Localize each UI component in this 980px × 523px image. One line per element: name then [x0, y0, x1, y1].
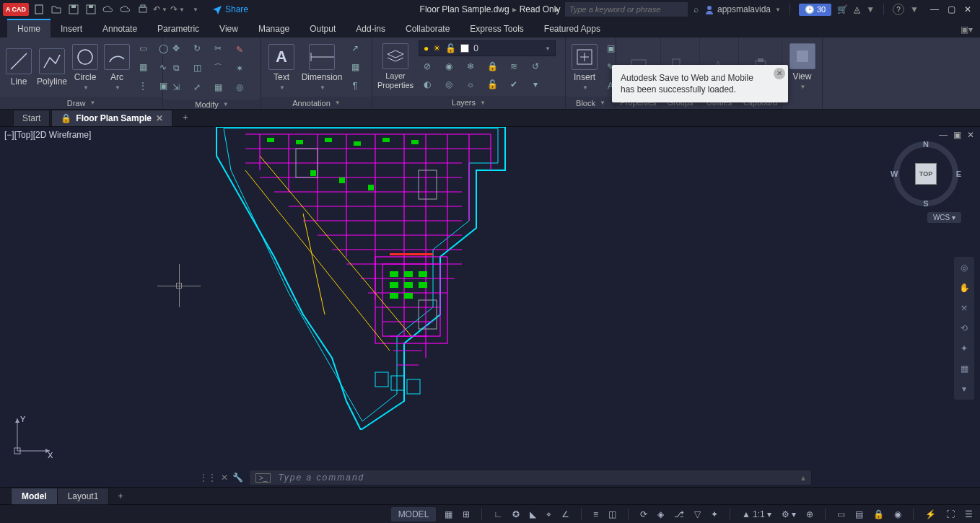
help-icon[interactable]: ?: [893, 4, 904, 15]
view-cube[interactable]: N S W E TOP: [893, 141, 958, 206]
qat-overflow-icon[interactable]: ▼: [189, 4, 201, 15]
move-icon[interactable]: ✥: [167, 40, 185, 56]
lock-ui-icon[interactable]: 🔒: [872, 509, 885, 519]
polyline-button[interactable]: Polyline: [36, 47, 68, 88]
grid-toggle-icon[interactable]: ▦: [443, 509, 454, 519]
showmotion-icon[interactable]: ✦: [955, 338, 974, 359]
tab-addins[interactable]: Add-ins: [346, 20, 395, 38]
ortho-toggle-icon[interactable]: ∟: [492, 509, 504, 519]
share-button[interactable]: Share: [212, 4, 248, 14]
layer-combo[interactable]: ● ☀ 🔓 0 ▼: [419, 40, 556, 56]
redo-icon[interactable]: ↷▼: [172, 4, 183, 15]
clean-screen-icon[interactable]: ⛶: [945, 509, 956, 519]
layout-tab-model[interactable]: Model: [11, 488, 58, 505]
tab-annotate[interactable]: Annotate: [92, 20, 147, 38]
tab-close-icon[interactable]: ✕: [156, 113, 163, 123]
save-icon[interactable]: [68, 4, 79, 15]
layer-iso-icon[interactable]: ◉: [440, 58, 458, 74]
wrench-icon[interactable]: 🔧: [232, 473, 243, 483]
arc-button[interactable]: Arc▼: [102, 43, 131, 92]
layer-lock-icon[interactable]: 🔒: [484, 58, 501, 74]
navbar-collapse-icon[interactable]: ▾: [955, 379, 974, 399]
user-menu[interactable]: appsmalavida ▼: [704, 4, 781, 14]
layer-match-icon[interactable]: ≋: [505, 58, 522, 74]
isolate-objects-icon[interactable]: ◉: [893, 509, 903, 519]
erase-icon[interactable]: ✎: [231, 42, 248, 58]
mirror-icon[interactable]: ◫: [188, 60, 206, 76]
workspace-switch-icon[interactable]: ⚙ ▾: [780, 509, 797, 519]
polar-toggle-icon[interactable]: ✪: [511, 509, 521, 519]
stretch-icon[interactable]: ⇲: [167, 79, 185, 95]
mtext-icon[interactable]: ¶: [346, 78, 364, 94]
maximize-button[interactable]: ▢: [948, 4, 955, 14]
model-space-toggle[interactable]: MODEL: [391, 507, 437, 522]
transparency-icon[interactable]: ◫: [607, 509, 618, 519]
search-icon[interactable]: ⌕: [694, 4, 699, 14]
offset-icon[interactable]: ◎: [231, 79, 248, 95]
open-icon[interactable]: [51, 4, 62, 15]
app-switcher-icon[interactable]: ◬: [854, 4, 860, 14]
line-button[interactable]: Line: [4, 47, 33, 88]
layer-unlock-icon[interactable]: 🔓: [484, 76, 501, 92]
isodraft-icon[interactable]: ◣: [528, 509, 538, 519]
viewport-label[interactable]: [−][Top][2D Wireframe]: [4, 130, 91, 140]
vp-minimize-icon[interactable]: —: [939, 130, 948, 140]
circle-button[interactable]: Circle▼: [71, 43, 100, 92]
cart-icon[interactable]: 🛒: [837, 4, 848, 14]
leader-icon[interactable]: ↗: [346, 40, 364, 56]
layer-thaw-icon[interactable]: ☼: [462, 76, 479, 92]
panel-view[interactable]: View▼ .: [782, 38, 823, 109]
text-button[interactable]: AText▼: [266, 43, 297, 92]
insert-button[interactable]: Insert▼: [570, 43, 599, 92]
layer-state-icon[interactable]: ▾: [527, 76, 544, 92]
tab-express[interactable]: Express Tools: [460, 20, 533, 38]
snap-toggle-icon[interactable]: ⊞: [461, 509, 471, 519]
plot-icon[interactable]: [137, 4, 149, 15]
layer-on-icon[interactable]: ◐: [419, 76, 436, 92]
point-icon[interactable]: ⋮: [134, 78, 152, 94]
tab-home[interactable]: Home: [7, 19, 51, 38]
fillet-icon[interactable]: ⌒: [209, 60, 227, 76]
trim-icon[interactable]: ✂: [209, 40, 227, 56]
minimize-button[interactable]: —: [930, 4, 939, 14]
selection-filter-icon[interactable]: ▽: [693, 509, 702, 519]
layout-tab-layout1[interactable]: Layout1: [57, 488, 110, 505]
tab-featured[interactable]: Featured Apps: [534, 20, 611, 38]
command-input[interactable]: >_ Type a command ▴: [249, 470, 812, 485]
navbar-more-icon[interactable]: ▦: [955, 359, 974, 379]
hatch-icon[interactable]: ▦: [134, 59, 152, 75]
rotate-icon[interactable]: ↻: [188, 40, 206, 56]
cloud-open-icon[interactable]: [102, 4, 114, 15]
quick-props-icon[interactable]: ▤: [854, 509, 865, 519]
otrack-toggle-icon[interactable]: ∠: [560, 509, 571, 519]
steering-wheel-icon[interactable]: ◎: [955, 258, 974, 278]
copy-icon[interactable]: ⧉: [167, 60, 185, 76]
annotation-scale[interactable]: ▲ 1:1 ▾: [740, 509, 773, 519]
3dosnap-icon[interactable]: ◈: [656, 509, 665, 519]
layer-uniso-icon[interactable]: ◎: [440, 76, 458, 92]
close-button[interactable]: ✕: [964, 4, 971, 14]
array-icon[interactable]: ▦: [209, 79, 227, 95]
undo-icon[interactable]: ↶▼: [154, 4, 166, 15]
saveas-icon[interactable]: [85, 4, 97, 15]
orbit-icon[interactable]: ⟲: [955, 318, 974, 338]
wcs-badge[interactable]: WCS ▾: [927, 212, 961, 223]
cmd-handle[interactable]: ⋮⋮✕🔧: [199, 473, 243, 483]
drawing-canvas[interactable]: [−][Top][2D Wireframe] — ▣ ✕: [0, 127, 980, 468]
layer-prev-icon[interactable]: ↺: [527, 58, 544, 74]
new-icon[interactable]: [33, 4, 45, 15]
scale-icon[interactable]: ⤢: [188, 79, 206, 95]
new-tab-button[interactable]: ＋: [174, 108, 197, 126]
hardware-accel-icon[interactable]: ⚡: [924, 509, 937, 519]
tab-insert[interactable]: Insert: [51, 20, 92, 38]
lineweight-icon[interactable]: ≡: [592, 509, 600, 519]
zoom-extents-icon[interactable]: ⤧: [955, 298, 974, 318]
toast-close-button[interactable]: ✕: [774, 68, 785, 79]
doctab-start[interactable]: Start: [13, 110, 50, 126]
dynamic-ucs-icon[interactable]: ⎇: [673, 509, 686, 519]
layer-current-icon[interactable]: ✔: [505, 76, 522, 92]
ribbon-collapse-icon[interactable]: ▣▾: [953, 22, 980, 38]
tab-view[interactable]: View: [209, 20, 248, 38]
layer-properties-button[interactable]: Layer Properties: [377, 42, 414, 90]
tab-manage[interactable]: Manage: [248, 20, 299, 38]
